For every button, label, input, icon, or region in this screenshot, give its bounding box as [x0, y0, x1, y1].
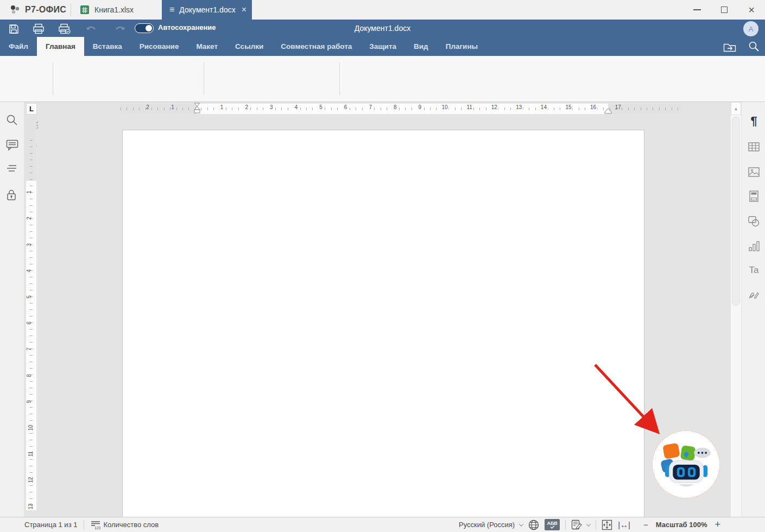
- tab-spreadsheet[interactable]: Книга1.xlsx: [72, 0, 161, 20]
- ruler-number: 14: [540, 104, 548, 110]
- vertical-scrollbar[interactable]: ▲: [730, 102, 741, 517]
- tab-document-active[interactable]: ≡ Документ1.docx ×: [162, 0, 252, 20]
- protection-button[interactable]: [6, 189, 18, 201]
- navigation-button[interactable]: [6, 164, 18, 176]
- paragraph-settings-button[interactable]: ¶: [748, 115, 760, 126]
- formatting-toolbar: Liberation Sans 11 A A Aa Ж К Ч: [0, 56, 765, 102]
- page-indicator[interactable]: Страница 1 из 1: [24, 521, 77, 529]
- comments-button[interactable]: [6, 139, 18, 151]
- ruler-number: 17: [614, 104, 622, 110]
- r7-office-document-editor: Р7-ОФИС Книга1.xlsx ≡ Документ1.docx × ×: [0, 0, 765, 532]
- menu-tab-draw[interactable]: Рисование: [131, 37, 188, 56]
- statusbar: Страница 1 из 1 123 Количество слов Русс…: [0, 517, 765, 532]
- close-icon: ×: [748, 4, 755, 16]
- assistant-launcher-button[interactable]: [652, 430, 720, 498]
- find-button[interactable]: [6, 114, 18, 126]
- window-minimize-button[interactable]: [684, 0, 711, 20]
- window-close-button[interactable]: ×: [738, 0, 765, 20]
- signature-icon: [748, 290, 760, 301]
- menu-tab-plugins[interactable]: Плагины: [437, 37, 486, 56]
- ruler-number: 8: [26, 374, 32, 377]
- menu-tab-references[interactable]: Ссылки: [226, 37, 272, 56]
- minimize-icon: [693, 9, 701, 10]
- ruler-number: 2: [145, 104, 150, 110]
- user-avatar[interactable]: A: [743, 21, 758, 36]
- tab-menu-icon[interactable]: ≡: [169, 5, 174, 15]
- chart-icon: [749, 241, 760, 251]
- word-count-icon: 123: [91, 521, 100, 529]
- svg-text:123: 123: [94, 525, 100, 529]
- zoom-label: Масштаб 100%: [656, 521, 707, 529]
- comment-icon: [6, 139, 18, 151]
- ruler-number: 11: [28, 451, 34, 457]
- fit-page-button[interactable]: [602, 520, 612, 530]
- word-count-label: Количество слов: [103, 521, 159, 529]
- menu-tab-home[interactable]: Главная: [37, 37, 84, 56]
- chart-settings-button[interactable]: [748, 240, 760, 252]
- toolbar-divider: [339, 62, 340, 95]
- fit-width-button[interactable]: |↔|: [618, 520, 630, 529]
- ruler-number: 4: [294, 104, 299, 110]
- menu-tab-protection[interactable]: Защита: [361, 37, 405, 56]
- fit-page-icon: [602, 520, 612, 530]
- tab-label: Документ1.docx: [179, 5, 235, 14]
- ruler-number: 5: [26, 295, 32, 299]
- table-icon: [748, 142, 760, 151]
- table-settings-button[interactable]: [748, 141, 760, 153]
- menu-tab-insert[interactable]: Вставка: [84, 37, 131, 56]
- menu-tab-collaboration[interactable]: Совместная работа: [272, 37, 361, 56]
- ruler-number: 10: [28, 425, 34, 430]
- horizontal-ruler[interactable]: 211234567891011121314151617: [38, 102, 730, 116]
- textart-settings-button[interactable]: Ta: [748, 264, 760, 276]
- track-changes-button[interactable]: [571, 520, 590, 530]
- set-language-button[interactable]: [528, 520, 539, 530]
- chevron-down-icon: [586, 522, 591, 526]
- document-page[interactable]: [122, 130, 644, 517]
- menu-tab-layout[interactable]: Макет: [187, 37, 226, 56]
- ruler-number: 13: [515, 104, 523, 110]
- globe-icon: [528, 520, 539, 530]
- search-icon: [6, 114, 18, 126]
- toolbar-divider: [53, 62, 53, 95]
- indent-marker-icon[interactable]: [194, 102, 200, 114]
- toolbar-divider: [204, 62, 204, 95]
- titlebar-divider: [71, 3, 71, 16]
- image-settings-button[interactable]: [748, 166, 760, 178]
- headings-icon: [6, 164, 18, 174]
- scrollbar-thumb[interactable]: [732, 117, 740, 306]
- tab-close-icon[interactable]: ×: [242, 5, 246, 15]
- word-count-button[interactable]: 123 Количество слов: [91, 521, 159, 529]
- scroll-up-button[interactable]: ▲: [731, 102, 741, 115]
- ruler-number: 1: [219, 104, 225, 110]
- right-indent-marker-icon[interactable]: [604, 108, 612, 114]
- zoom-out-button[interactable]: −: [641, 520, 650, 529]
- ruler-number: 15: [564, 104, 572, 110]
- signature-settings-button[interactable]: [748, 289, 760, 301]
- language-selector[interactable]: Русский (Россия): [459, 521, 523, 529]
- image-icon: [748, 167, 760, 177]
- header-footer-icon: [749, 191, 758, 202]
- fit-width-icon: |↔|: [618, 520, 630, 529]
- chevron-down-icon: [519, 522, 523, 526]
- spellcheck-button[interactable]: АБВ: [545, 519, 560, 530]
- ruler-number: 9: [418, 104, 423, 110]
- headerfooter-settings-button[interactable]: [748, 191, 760, 202]
- menu-tab-view[interactable]: Вид: [405, 37, 437, 56]
- ruler-number: 1: [170, 104, 175, 110]
- tab-stop-selector[interactable]: L: [26, 103, 37, 115]
- window-maximize-button[interactable]: [711, 0, 738, 20]
- search-icon[interactable]: [748, 41, 760, 52]
- maximize-icon: [721, 7, 728, 13]
- shape-settings-button[interactable]: [748, 216, 760, 227]
- right-sidebar: ¶: [741, 102, 765, 517]
- ruler-number: 11: [465, 104, 473, 110]
- ruler-number: 13: [28, 503, 34, 509]
- track-changes-icon: [571, 520, 582, 530]
- vertical-ruler[interactable]: 12345678910111213: [24, 116, 38, 517]
- menu-tab-file[interactable]: Файл: [0, 37, 37, 56]
- ruler-number: 3: [26, 243, 32, 246]
- left-sidebar: [0, 102, 24, 517]
- zoom-in-button[interactable]: +: [712, 519, 723, 530]
- open-file-location-icon[interactable]: [723, 41, 736, 52]
- window-controls: ×: [684, 0, 765, 20]
